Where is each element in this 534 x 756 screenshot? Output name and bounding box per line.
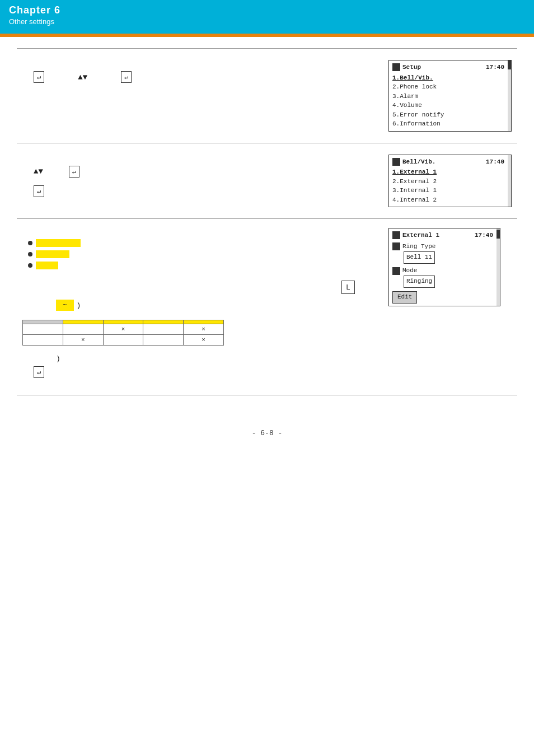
bullet-dot-3: [28, 263, 32, 268]
ext2-item: 2.External 2: [392, 177, 504, 186]
bullet-1: [28, 239, 388, 247]
tilde-input[interactable]: ~: [56, 300, 74, 311]
page-header: Chapter 6 Other settings: [0, 0, 534, 34]
bullet-dot-1: [28, 241, 32, 245]
ext1-item: 1.External 1: [392, 167, 504, 177]
tilde-row: ~ ): [56, 300, 388, 311]
main-content: ↵ ▲▼ ↵ Setup 17:40 1.Bell/Vib. 2.Phone l…: [0, 37, 534, 412]
enter-key-2[interactable]: ↵: [34, 185, 44, 197]
table-row-2: × ×: [23, 335, 224, 346]
td-r1-c1: [63, 324, 103, 335]
up-down-arrow-2: ▲▼: [34, 167, 43, 176]
bellvib-time: 17:40: [486, 157, 504, 167]
external1-screen: External 1 17:40 Ring Type Bell 11 Mode …: [388, 228, 500, 306]
mode-table-wrapper: × × × ×: [22, 320, 388, 346]
ring-type-icon: [392, 242, 400, 250]
mode-icon: [392, 267, 400, 275]
step-row-2: ▲▼ ↵: [34, 166, 383, 178]
td-r2-c3: [143, 335, 184, 346]
setup-time: 17:40: [486, 63, 504, 72]
td-r2-c2: [103, 335, 143, 346]
section-1-screen: Setup 17:40 1.Bell/Vib. 2.Phone lock 3.A…: [388, 60, 512, 132]
setup-icon: [392, 63, 400, 71]
chapter-title: Chapter 6: [9, 4, 60, 16]
int1-item: 3.Internal 1: [392, 186, 504, 195]
screen-item-4: 4.Volume: [392, 101, 504, 110]
section-3-right: External 1 17:40 Ring Type Bell 11 Mode …: [388, 228, 512, 306]
yellow-bar-3: [36, 262, 58, 269]
td-r2-c4: ×: [184, 335, 224, 346]
table-header-row: [23, 320, 224, 324]
enter-key-row: ↵: [34, 366, 388, 378]
ext1-icon: [392, 231, 400, 239]
chapter-subtitle: Other settings: [9, 17, 60, 26]
paren-label: ): [76, 301, 81, 310]
th-3: [143, 320, 184, 324]
th-2: [103, 320, 143, 324]
ext1-screen-title: External 1: [402, 232, 439, 239]
th-0: [23, 320, 63, 324]
edit-button[interactable]: Edit: [392, 291, 417, 304]
th-1: [63, 320, 103, 324]
mode-label: Mode: [402, 266, 417, 276]
screen-item-2: 2.Phone lock: [392, 82, 504, 92]
section-2-left: ▲▼ ↵ ↵: [22, 155, 388, 208]
td-r1-c2: ×: [103, 324, 143, 335]
bellvib-icon: [392, 158, 400, 166]
th-4: [184, 320, 224, 324]
section-3-left: L ~ ): [22, 228, 388, 384]
td-r2-c1: ×: [63, 335, 103, 346]
page-number: - 6-8 -: [0, 429, 534, 437]
step-row-1: ↵ ▲▼ ↵: [34, 71, 383, 83]
section-1: ↵ ▲▼ ↵ Setup 17:40 1.Bell/Vib. 2.Phone l…: [17, 48, 517, 143]
mode-value: Ringing: [406, 278, 432, 284]
bottom-row: ): [56, 354, 388, 363]
screen-item-3: 3.Alarm: [392, 92, 504, 101]
enter-key-1[interactable]: ↵: [34, 71, 44, 83]
select-key-1[interactable]: ↵: [121, 71, 132, 83]
section-1-left: ↵ ▲▼ ↵: [22, 60, 388, 132]
int2-item: 4.Internal 2: [392, 195, 504, 205]
td-r1-c3: [143, 324, 184, 335]
bullet-dot-2: [28, 252, 32, 256]
yellow-bar-2: [36, 250, 69, 258]
table-row-1: × ×: [23, 324, 224, 335]
mode-table: × × × ×: [22, 320, 224, 346]
bellvib-screen: Bell/Vib. 17:40 1.External 1 2.External …: [388, 155, 512, 208]
l-button[interactable]: L: [341, 281, 355, 294]
setup-title: Setup: [402, 64, 421, 71]
ring-type-value: Bell 11: [406, 254, 432, 260]
screen-item-1: 1.Bell/Vib.: [392, 73, 504, 83]
bottom-paren: ): [56, 354, 60, 363]
enter-key-3[interactable]: ↵: [34, 366, 44, 378]
select-key-2[interactable]: ↵: [69, 166, 79, 178]
bullet-2: [28, 250, 388, 258]
section-3: L ~ ): [17, 218, 517, 395]
ext1-screen-time: 17:40: [475, 231, 493, 241]
td-r1-c0: [23, 324, 63, 335]
td-r2-c0: [23, 335, 63, 346]
up-down-arrow-1: ▲▼: [78, 73, 87, 82]
bullet-list: [28, 239, 388, 269]
yellow-bar-1: [36, 239, 81, 247]
screen-item-6: 6.Information: [392, 119, 504, 129]
bellvib-title: Bell/Vib.: [402, 158, 435, 165]
ring-type-label: Ring Type: [402, 242, 435, 252]
bullet-3: [28, 262, 388, 269]
section-2: ▲▼ ↵ ↵ Bell/Vib. 17:40 1.External 1 2.Ex…: [17, 143, 517, 219]
setup-screen: Setup 17:40 1.Bell/Vib. 2.Phone lock 3.A…: [388, 60, 512, 132]
td-r1-c4: ×: [184, 324, 224, 335]
screen-item-5: 5.Error notify: [392, 110, 504, 120]
section-2-screen: Bell/Vib. 17:40 1.External 1 2.External …: [388, 155, 512, 208]
